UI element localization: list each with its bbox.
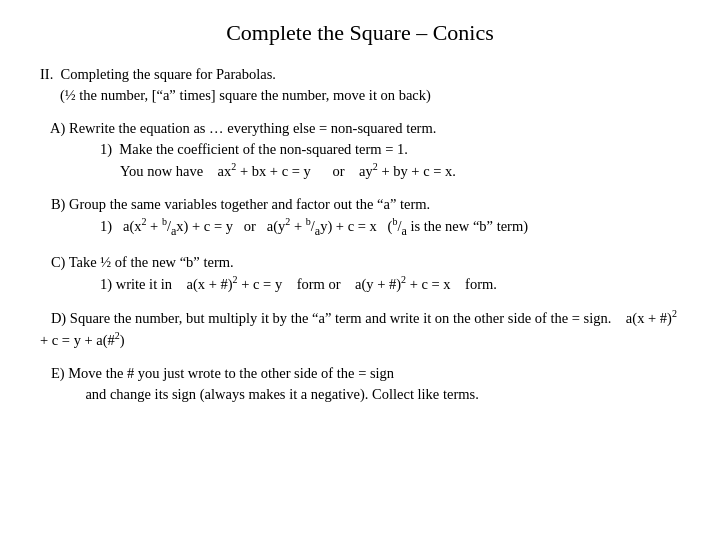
section-E-subtext: and change its sign (always makes it a n…	[60, 384, 680, 405]
section-A-header: A) Rewrite the equation as … everything …	[40, 118, 680, 139]
section-B-label: B)	[40, 196, 69, 212]
section-E-text: Move the # you just wrote to the other s…	[68, 365, 394, 381]
section-A-label: A)	[40, 120, 69, 136]
section-intro-header: II. Completing the square for Parabolas.	[40, 64, 680, 85]
section-E: E) Move the # you just wrote to the othe…	[40, 363, 680, 405]
section-C: C) Take ½ of the new “b” term. 1) write …	[40, 252, 680, 295]
section-D-text: Square the number, but multiply it by th…	[40, 310, 677, 348]
page: Complete the Square – Conics II. Complet…	[0, 0, 720, 540]
section-E-label: E)	[40, 365, 68, 381]
section-B-text: Group the same variables together and fa…	[69, 196, 430, 212]
section-intro: II. Completing the square for Parabolas.…	[40, 64, 680, 106]
section-D-header: D) Square the number, but multiply it by…	[40, 307, 680, 351]
section-C-header: C) Take ½ of the new “b” term.	[40, 252, 680, 273]
section-A-item1-sub: You now have ax2 + bx + c = y or ay2 + b…	[120, 160, 680, 182]
section-intro-label: II.	[40, 66, 61, 82]
section-A: A) Rewrite the equation as … everything …	[40, 118, 680, 182]
section-C-label: C)	[40, 254, 69, 270]
section-intro-subtext: (½ the number, [“a” times] square the nu…	[60, 85, 680, 106]
section-D-label: D)	[40, 310, 70, 326]
content-area: II. Completing the square for Parabolas.…	[40, 64, 680, 405]
page-title: Complete the Square – Conics	[40, 20, 680, 46]
section-E-header: E) Move the # you just wrote to the othe…	[40, 363, 680, 384]
section-A-item1: 1) Make the coefficient of the non-squar…	[100, 139, 680, 160]
section-B: B) Group the same variables together and…	[40, 194, 680, 240]
section-B-header: B) Group the same variables together and…	[40, 194, 680, 215]
section-C-item1: 1) write it in a(x + #)2 + c = y form or…	[100, 273, 680, 295]
section-B-item1: 1) a(x2 + b/ax) + c = y or a(y2 + b/ay) …	[100, 215, 680, 240]
section-A-text: Rewrite the equation as … everything els…	[69, 120, 436, 136]
section-D: D) Square the number, but multiply it by…	[40, 307, 680, 351]
section-C-text: Take ½ of the new “b” term.	[69, 254, 234, 270]
section-intro-text: Completing the square for Parabolas.	[61, 66, 276, 82]
